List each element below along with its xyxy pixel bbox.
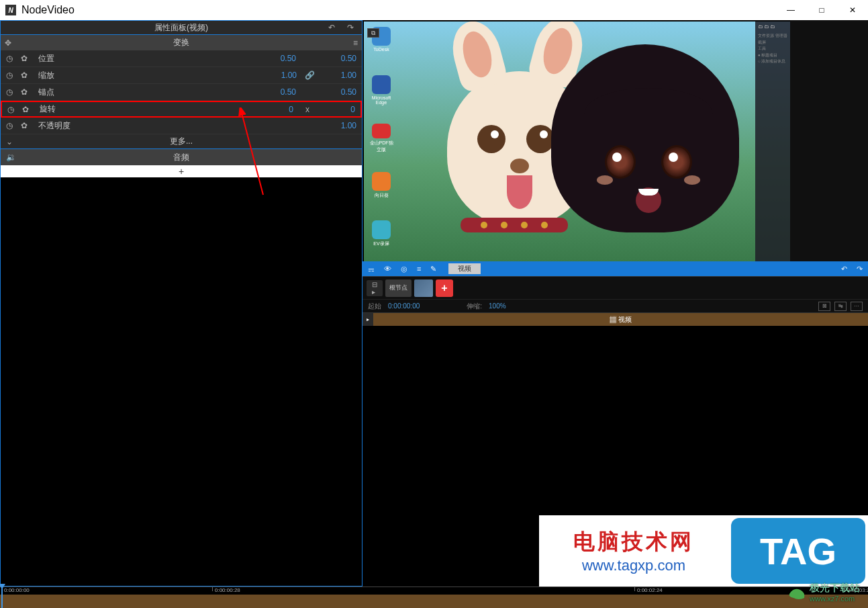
position-row[interactable]: ◷ ✿ 位置 0.50 0.50: [1, 50, 362, 67]
track-play-icon[interactable]: ▸: [363, 313, 373, 326]
rotation-label: 旋转: [40, 103, 260, 115]
audio-section[interactable]: 🔉 音频: [1, 149, 362, 165]
video-track[interactable]: ▸ ▦ 视频: [363, 312, 868, 326]
preview-toolbar: ⚎ 👁 ◎ ≡ ✎ 视频 ↶ ↷: [363, 261, 868, 276]
anchor-x-value[interactable]: 0.50: [262, 87, 296, 97]
anchor-y-value[interactable]: 0.50: [323, 87, 356, 97]
link-icon[interactable]: 🔗: [305, 71, 315, 80]
rotation-row[interactable]: ◷ ✿ 旋转 0 x 0: [1, 101, 362, 118]
pencil-icon[interactable]: ✎: [430, 265, 436, 273]
gear-icon[interactable]: ✿: [22, 105, 33, 114]
chevron-down-icon: ⌄: [6, 137, 13, 146]
list-icon[interactable]: ≡: [417, 265, 421, 273]
desktop-icons: ToDesk Microsoft Edge 金山PDF独立版 向日葵 EV录屏 …: [369, 27, 393, 261]
panel-redo-icon[interactable]: ↷: [347, 23, 354, 32]
scale-row[interactable]: ◷ ✿ 缩放 1.00 🔗 1.00: [1, 67, 362, 84]
panel-header: 属性面板(视频) ↶ ↷: [1, 21, 362, 34]
speaker-icon: 🔉: [6, 153, 16, 162]
video-clip[interactable]: [414, 279, 433, 297]
info-option-1[interactable]: ⊠: [818, 302, 830, 311]
secondary-watermark: 极光下载站 www.xz7.com: [787, 582, 860, 603]
timeline-info-bar: 起始 0:00:00:00 伸缩: 100% ⊠ ↹ ⋯: [363, 299, 868, 312]
preview-undo-icon[interactable]: ↶: [841, 265, 847, 273]
gear-icon[interactable]: ✿: [21, 54, 32, 63]
move-icon: ✥: [5, 38, 11, 48]
transform-section-title: 变换: [173, 37, 189, 48]
preview-redo-icon[interactable]: ↷: [857, 265, 863, 273]
scale-y-value[interactable]: 1.00: [323, 71, 356, 80]
clip-bar: ⊟▸ 根节点 +: [363, 276, 868, 299]
stretch-label: 伸缩:: [467, 302, 482, 311]
gear-icon[interactable]: ✿: [21, 121, 32, 130]
playhead[interactable]: [1, 587, 3, 608]
transform-section-header[interactable]: ✥ 变换 ≡: [1, 34, 362, 50]
info-option-2[interactable]: ↹: [834, 302, 847, 311]
window-maximize-button[interactable]: □: [806, 0, 837, 20]
info-option-3[interactable]: ⋯: [851, 302, 863, 311]
panel-undo-icon[interactable]: ↶: [328, 23, 335, 32]
stopwatch-icon[interactable]: ◷: [6, 54, 17, 63]
desktop-sidebar: 🗀 🗀 🗀 文件资源 管理器 截屏工具● 标题项目○ 添加项目休息: [755, 21, 790, 261]
start-value[interactable]: 0:00:00:00: [388, 302, 420, 310]
rotation-y-value[interactable]: 0: [322, 105, 355, 114]
root-clip[interactable]: 根节点: [385, 279, 412, 297]
target-icon[interactable]: ◎: [401, 265, 407, 273]
window-close-button[interactable]: ✕: [837, 0, 868, 20]
panel-title: 属性面板(视频): [154, 22, 208, 34]
stretch-value[interactable]: 100%: [489, 302, 506, 310]
scale-label: 缩放: [38, 70, 263, 81]
opacity-label: 不透明度: [38, 120, 323, 132]
app-icon: N: [5, 5, 16, 15]
hierarchy-icon[interactable]: ⚎: [368, 265, 375, 273]
position-x-value[interactable]: 0.50: [262, 54, 296, 63]
stopwatch-icon[interactable]: ◷: [7, 105, 18, 114]
watermark: 电脑技术网 www.tagxp.com TAG: [539, 515, 868, 587]
position-label: 位置: [38, 53, 262, 64]
timeline-area[interactable]: 电脑技术网 www.tagxp.com TAG: [363, 326, 868, 587]
section-menu-icon[interactable]: ≡: [353, 38, 358, 48]
preview-viewport[interactable]: ToDesk Microsoft Edge 金山PDF独立版 向日葵 EV录屏 …: [364, 21, 790, 261]
clip-expand-button[interactable]: ⊟▸: [367, 280, 383, 296]
app-title: NodeVideo: [21, 4, 75, 16]
add-property-button[interactable]: +: [1, 165, 362, 177]
position-y-value[interactable]: 0.50: [323, 54, 356, 63]
titlebar: N NodeVideo — □ ✕: [0, 0, 868, 20]
add-clip-button[interactable]: +: [436, 279, 453, 297]
gear-icon[interactable]: ✿: [21, 87, 32, 97]
eye-icon[interactable]: 👁: [384, 265, 391, 273]
video-tab[interactable]: 视频: [448, 263, 481, 274]
window-minimize-button[interactable]: —: [775, 0, 806, 20]
anchor-row[interactable]: ◷ ✿ 锚点 0.50 0.50: [1, 84, 362, 101]
stopwatch-icon[interactable]: ◷: [6, 87, 17, 97]
master-timeline[interactable]: 0:00:00:00 0:00:00:28 0:00:02:24 0:00:03…: [0, 587, 868, 608]
opacity-value[interactable]: 1.00: [323, 121, 356, 130]
popout-icon[interactable]: ⧉: [367, 28, 379, 38]
start-label: 起始: [368, 302, 381, 311]
anchor-label: 锚点: [38, 87, 262, 98]
rotation-x-value[interactable]: 0: [260, 105, 293, 114]
stopwatch-icon[interactable]: ◷: [6, 71, 17, 80]
gear-icon[interactable]: ✿: [21, 71, 32, 80]
scale-x-value[interactable]: 1.00: [263, 71, 297, 80]
more-button[interactable]: ⌄ 更多...: [1, 134, 362, 149]
properties-panel: 属性面板(视频) ↶ ↷ ✥ 变换 ≡ ◷ ✿ 位置 0.50 0.50 ◷ ✿…: [0, 20, 363, 587]
opacity-row[interactable]: ◷ ✿ 不透明度 1.00: [1, 118, 362, 134]
stopwatch-icon[interactable]: ◷: [6, 121, 17, 130]
rotation-separator: x: [305, 105, 309, 114]
